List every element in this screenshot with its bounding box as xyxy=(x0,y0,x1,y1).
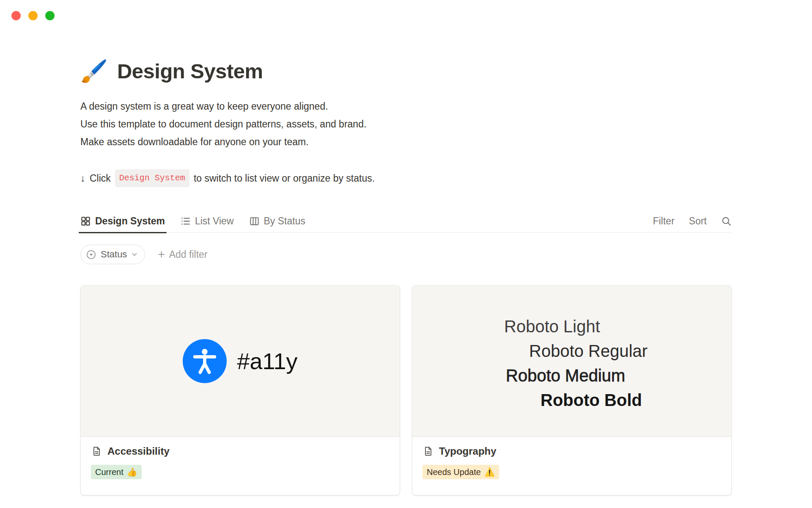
tab-list-view[interactable]: List View xyxy=(180,210,234,232)
gallery-view: #a11y Accessibility Current 👍 xyxy=(80,285,732,495)
toolbar-actions: Filter Sort xyxy=(653,215,732,227)
page: 🖌️ Design System A design system is a gr… xyxy=(80,0,732,495)
filter-bar: Status + Add filter xyxy=(80,245,732,264)
minimize-button[interactable] xyxy=(28,11,38,20)
inline-code-chip: Design System xyxy=(115,169,189,187)
database-toolbar: Design System List View xyxy=(80,210,732,233)
filter-button[interactable]: Filter xyxy=(653,215,675,227)
font-specimen-light: Roboto Light xyxy=(504,314,731,339)
warning-emoji: ⚠️ xyxy=(484,467,495,478)
status-filter-chip[interactable]: Status xyxy=(80,245,145,264)
status-circle-icon xyxy=(86,249,96,260)
page-document-icon xyxy=(422,446,433,457)
status-badge-current: Current 👍 xyxy=(91,465,142,479)
down-arrow-icon: ↓ xyxy=(80,171,85,185)
badge-label: Current xyxy=(95,467,123,478)
tab-design-system[interactable]: Design System xyxy=(80,210,165,232)
add-filter-label: Add filter xyxy=(169,249,208,260)
card-preview-typography: Roboto Light Roboto Regular Roboto Mediu… xyxy=(412,286,731,437)
font-specimen-medium: Roboto Medium xyxy=(506,363,731,388)
board-icon xyxy=(249,216,260,226)
description-line: Use this template to document design pat… xyxy=(80,115,732,133)
view-tabs: Design System List View xyxy=(80,210,305,232)
hint-prefix: Click xyxy=(90,171,111,185)
close-button[interactable] xyxy=(11,11,21,20)
plus-icon: + xyxy=(158,248,165,260)
card-title: Accessibility xyxy=(107,445,170,457)
card-body: Accessibility Current 👍 xyxy=(81,437,400,488)
tab-label: Design System xyxy=(95,215,165,227)
page-title: Design System xyxy=(117,58,263,84)
gallery-icon xyxy=(80,216,91,226)
font-specimen-bold: Roboto Bold xyxy=(540,388,731,412)
search-button[interactable] xyxy=(721,216,732,226)
font-specimen-regular: Roboto Regular xyxy=(529,339,731,363)
card-typography[interactable]: Roboto Light Roboto Regular Roboto Mediu… xyxy=(412,285,732,495)
page-document-icon xyxy=(91,446,102,457)
card-preview-a11y: #a11y xyxy=(81,286,400,437)
tab-by-status[interactable]: By Status xyxy=(249,210,305,232)
badge-label: Needs Update xyxy=(427,467,481,478)
card-body: Typography Needs Update ⚠️ xyxy=(412,437,731,488)
status-chip-label: Status xyxy=(101,249,127,260)
hint-line: ↓ Click Design System to switch to list … xyxy=(80,169,732,187)
add-filter-button[interactable]: + Add filter xyxy=(158,248,207,260)
description-line: A design system is a great way to keep e… xyxy=(80,97,732,115)
page-header: 🖌️ Design System xyxy=(80,58,732,84)
list-icon xyxy=(180,216,191,226)
search-icon xyxy=(721,216,732,226)
zoom-button[interactable] xyxy=(45,11,55,20)
card-accessibility[interactable]: #a11y Accessibility Current 👍 xyxy=(80,285,400,495)
status-badge-needs-update: Needs Update ⚠️ xyxy=(422,465,499,479)
thumbs-up-emoji: 👍 xyxy=(127,467,137,478)
sort-button[interactable]: Sort xyxy=(689,215,707,227)
accessibility-icon xyxy=(183,339,227,383)
page-description: A design system is a great way to keep e… xyxy=(80,97,732,151)
description-line: Make assets downloadable for anyone on y… xyxy=(80,133,732,151)
a11y-hashtag-text: #a11y xyxy=(237,348,297,374)
hint-suffix: to switch to list view or organize by st… xyxy=(194,171,375,185)
tab-label: List View xyxy=(195,215,234,227)
chevron-down-icon xyxy=(131,251,138,258)
tab-label: By Status xyxy=(264,215,305,227)
page-icon-paintbrush: 🖌️ xyxy=(80,58,108,84)
window-controls xyxy=(11,11,55,20)
card-title: Typography xyxy=(439,445,497,457)
